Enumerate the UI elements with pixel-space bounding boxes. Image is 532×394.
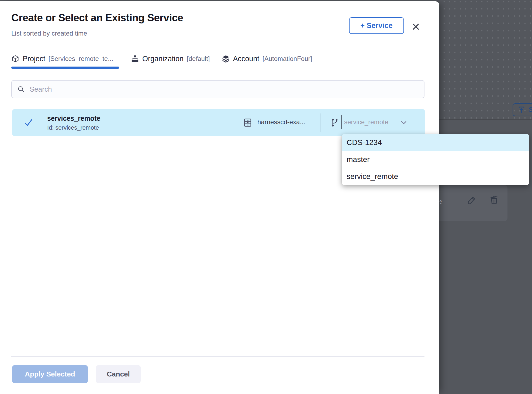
sort-hint-text: List sorted by created time — [11, 30, 87, 37]
close-button[interactable] — [410, 21, 421, 32]
text-cursor — [341, 115, 342, 129]
repo-name: harnesscd-exa... — [257, 118, 305, 126]
close-icon — [412, 22, 420, 31]
tab-organization[interactable]: Organization [default] — [131, 50, 210, 68]
branch-dropdown: CDS-1234 master service_remote — [342, 134, 529, 185]
tab-account[interactable]: Account [AutomationFour] — [222, 50, 312, 68]
service-name: services_remote — [47, 115, 100, 122]
create-or-select-service-modal: Create or Select an Existing Service Lis… — [0, 1, 439, 394]
cube-icon — [11, 55, 19, 63]
background-service-card: e — [431, 185, 507, 221]
upload-icon — [517, 106, 526, 114]
pencil-icon[interactable] — [467, 195, 476, 205]
tab-project-scope: [Services_remote_te... — [49, 55, 113, 63]
canvas-divider — [439, 119, 532, 120]
tab-project-label: Project — [23, 55, 45, 63]
repository-icon — [243, 118, 253, 127]
layers-icon — [222, 55, 230, 63]
tab-project[interactable]: Project [Services_remote_te... — [11, 50, 119, 68]
tab-organization-scope: [default] — [187, 55, 210, 63]
service-list-item-selected[interactable]: services_remote Id: services_remote harn… — [12, 109, 425, 136]
tab-account-label: Account — [233, 55, 260, 63]
service-id: Id: services_remote — [47, 124, 99, 131]
git-branch-icon — [330, 117, 339, 128]
background-save-button[interactable]: S — [513, 103, 532, 116]
check-icon — [23, 118, 34, 127]
branch-option-cds-1234[interactable]: CDS-1234 — [342, 134, 529, 151]
page-title: Create or Select an Existing Service — [11, 12, 183, 24]
trash-icon[interactable] — [489, 195, 499, 205]
branch-option-master[interactable]: master — [342, 151, 529, 168]
apply-selected-button[interactable]: Apply Selected — [12, 365, 88, 383]
search-box — [11, 80, 424, 98]
pipeline-canvas-dots — [439, 1, 532, 119]
branch-option-service-remote[interactable]: service_remote — [342, 168, 529, 185]
tab-organization-label: Organization — [142, 55, 184, 63]
background-save-label: S — [529, 106, 532, 114]
row-divider — [320, 113, 320, 132]
branch-select-input[interactable]: service_remote — [344, 118, 388, 126]
search-icon — [17, 85, 25, 93]
cancel-button[interactable]: Cancel — [96, 365, 141, 383]
search-input[interactable] — [30, 85, 419, 94]
tab-account-scope: [AutomationFour] — [262, 55, 312, 63]
chevron-down-icon[interactable] — [399, 119, 408, 126]
add-service-button[interactable]: + Service — [349, 17, 404, 34]
org-chart-icon — [131, 55, 139, 63]
scope-tabs: Project [Services_remote_te... Organizat… — [11, 50, 424, 68]
footer-divider — [11, 356, 424, 357]
